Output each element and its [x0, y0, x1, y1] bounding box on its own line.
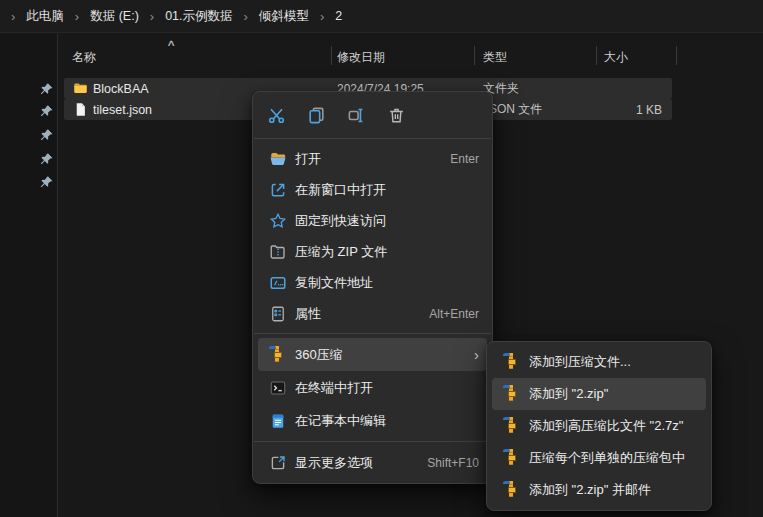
- breadcrumb: › 此电脑 › 数据 (E:) › 01.示例数据 › 倾斜模型 › 2: [0, 0, 763, 33]
- 360zip-icon: [503, 353, 521, 371]
- menu-item-label: 添加到高压缩比文件 "2.7z": [529, 417, 698, 435]
- scissors-icon: [267, 106, 286, 125]
- 360zip-icon: [503, 481, 521, 499]
- chevron-right-icon: ›: [143, 10, 161, 23]
- menu-item-label: 在终端中打开: [295, 379, 479, 397]
- menu-item-label: 添加到 "2.zip" 并邮件: [529, 481, 698, 499]
- zip-folder-icon: [269, 243, 287, 261]
- menu-item-label: 打开: [295, 150, 442, 168]
- menu-item-open-terminal[interactable]: 在终端中打开: [258, 371, 487, 404]
- file-name: tileset.json: [93, 103, 152, 117]
- menu-item-open-new-window[interactable]: 在新窗口中打开: [258, 174, 487, 205]
- context-menu: 打开 Enter 在新窗口中打开 固定到快速访问 压缩为 ZIP 文件 复制文件…: [252, 91, 493, 484]
- copy-path-icon: [269, 274, 287, 292]
- folder-icon: [73, 81, 88, 96]
- chevron-right-icon: ›: [237, 10, 255, 23]
- column-divider[interactable]: [596, 46, 597, 65]
- 360zip-icon: [269, 346, 287, 364]
- cut-button[interactable]: [261, 100, 291, 130]
- menu-item-label: 360压缩: [295, 346, 466, 364]
- breadcrumb-item-sample-data[interactable]: 01.示例数据: [161, 6, 236, 27]
- column-header-name[interactable]: 名称: [72, 49, 96, 66]
- notepad-icon: [269, 412, 287, 430]
- more-options-icon: [269, 454, 287, 472]
- shortcut-label: Shift+F10: [427, 456, 479, 470]
- pushpin-icon[interactable]: [39, 128, 54, 143]
- menu-item-edit-notepad[interactable]: 在记事本中编辑: [258, 404, 487, 437]
- column-headers: ∧ 名称 修改日期 类型 大小: [58, 40, 678, 72]
- pushpin-icon[interactable]: [39, 82, 54, 97]
- menu-item-label: 添加到 "2.zip": [529, 385, 698, 403]
- breadcrumb-item-oblique-model[interactable]: 倾斜模型: [255, 6, 313, 27]
- submenu-item-add-and-email[interactable]: 添加到 "2.zip" 并邮件: [492, 474, 706, 506]
- column-header-type[interactable]: 类型: [483, 49, 507, 66]
- 360zip-icon: [503, 417, 521, 435]
- file-explorer-window: › 此电脑 › 数据 (E:) › 01.示例数据 › 倾斜模型 › 2 ∧ 名…: [0, 0, 763, 517]
- chevron-right-icon: ›: [313, 10, 331, 23]
- star-icon: [269, 212, 287, 230]
- copy-button[interactable]: [301, 100, 331, 130]
- menu-item-label: 复制文件地址: [295, 274, 479, 292]
- submenu-item-add-to-archive[interactable]: 添加到压缩文件...: [492, 346, 706, 378]
- menu-group-3: 显示更多选项 Shift+F10: [253, 442, 492, 483]
- menu-group-1: 打开 Enter 在新窗口中打开 固定到快速访问 压缩为 ZIP 文件 复制文件…: [253, 139, 492, 333]
- properties-icon: [269, 305, 287, 323]
- shortcut-label: Enter: [450, 152, 479, 166]
- file-size: 1 KB: [596, 103, 668, 117]
- sort-ascending-icon: ∧: [166, 38, 176, 48]
- pushpin-icon[interactable]: [39, 175, 54, 190]
- breadcrumb-item-current-folder[interactable]: 2: [331, 7, 346, 25]
- file-name: BlockBAA: [93, 82, 149, 96]
- zip-submenu: 添加到压缩文件... 添加到 "2.zip" 添加到高压缩比文件 "2.7z" …: [486, 341, 712, 511]
- 360zip-icon: [503, 449, 521, 467]
- column-divider[interactable]: [474, 46, 475, 65]
- column-header-date[interactable]: 修改日期: [337, 49, 385, 66]
- menu-item-open[interactable]: 打开 Enter: [258, 143, 487, 174]
- quick-actions-row: [253, 92, 492, 138]
- submenu-item-compress-each[interactable]: 压缩每个到单独的压缩包中: [492, 442, 706, 474]
- submenu-arrow-icon: ›: [474, 347, 479, 362]
- menu-item-label: 属性: [295, 305, 421, 323]
- 360zip-icon: [503, 385, 521, 403]
- delete-button[interactable]: [381, 100, 411, 130]
- menu-item-copy-path[interactable]: 复制文件地址: [258, 267, 487, 298]
- file-icon: [73, 102, 88, 117]
- menu-item-compress-zip[interactable]: 压缩为 ZIP 文件: [258, 236, 487, 267]
- breadcrumb-item-this-pc[interactable]: 此电脑: [22, 6, 68, 27]
- trash-icon: [387, 106, 406, 125]
- menu-group-2: 360压缩 › 在终端中打开 在记事本中编辑: [253, 334, 492, 441]
- pushpin-icon[interactable]: [39, 104, 54, 119]
- menu-item-show-more-options[interactable]: 显示更多选项 Shift+F10: [258, 446, 487, 479]
- menu-item-label: 固定到快速访问: [295, 212, 479, 230]
- terminal-icon: [269, 379, 287, 397]
- chevron-right-icon: ›: [68, 10, 86, 23]
- breadcrumb-item-drive[interactable]: 数据 (E:): [86, 6, 143, 27]
- menu-item-label: 压缩每个到单独的压缩包中: [529, 449, 698, 467]
- submenu-item-add-to-2zip[interactable]: 添加到 "2.zip": [492, 378, 706, 410]
- menu-item-label: 在新窗口中打开: [295, 181, 479, 199]
- menu-item-label: 显示更多选项: [295, 454, 419, 472]
- pane-divider: [57, 34, 58, 517]
- menu-item-360zip[interactable]: 360压缩 ›: [258, 338, 487, 371]
- column-divider[interactable]: [676, 46, 677, 65]
- breadcrumb-leading-chevron-icon[interactable]: ›: [4, 10, 22, 23]
- copy-icon: [307, 106, 326, 125]
- rename-button[interactable]: [341, 100, 371, 130]
- rename-icon: [347, 106, 366, 125]
- menu-item-label: 压缩为 ZIP 文件: [295, 243, 479, 261]
- open-folder-icon: [269, 150, 287, 168]
- menu-item-label: 在记事本中编辑: [295, 412, 479, 430]
- menu-item-label: 添加到压缩文件...: [529, 353, 698, 371]
- menu-item-properties[interactable]: 属性 Alt+Enter: [258, 298, 487, 329]
- shortcut-label: Alt+Enter: [429, 307, 479, 321]
- menu-item-pin-quick-access[interactable]: 固定到快速访问: [258, 205, 487, 236]
- open-new-window-icon: [269, 181, 287, 199]
- column-header-size[interactable]: 大小: [604, 49, 628, 66]
- submenu-item-add-to-7z[interactable]: 添加到高压缩比文件 "2.7z": [492, 410, 706, 442]
- pushpin-icon[interactable]: [39, 152, 54, 167]
- column-divider[interactable]: [331, 46, 332, 65]
